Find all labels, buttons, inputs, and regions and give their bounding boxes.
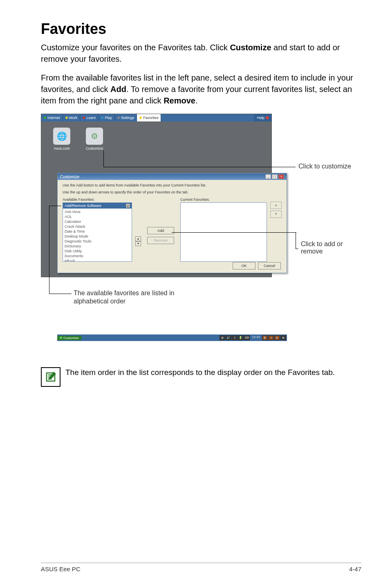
- tab-internet[interactable]: Internet: [41, 114, 63, 121]
- list-item[interactable]: Calculator: [65, 219, 130, 224]
- p2-b2: Remove: [164, 96, 195, 105]
- side-up-button[interactable]: ▲: [270, 202, 282, 209]
- dialog-footer: OK Cancel: [233, 262, 281, 269]
- callout-line: [103, 167, 296, 167]
- page-footer: ASUS Eee PC 4-47: [41, 563, 361, 572]
- tab-learn-label: Learn: [86, 116, 96, 120]
- dialog-body: Use the Add button to add items from Ava…: [58, 180, 287, 264]
- list-item[interactable]: Date & Time: [65, 229, 130, 234]
- ok-button[interactable]: OK: [233, 262, 256, 269]
- tab-work[interactable]: Work: [63, 114, 81, 121]
- available-items: Anti-Virus AOL Calculator Crack Attack D…: [63, 209, 132, 262]
- list-item[interactable]: Disk Utility: [65, 249, 130, 254]
- side-down-button[interactable]: ▼: [270, 211, 282, 218]
- callout-line: [49, 294, 72, 294]
- footer-right: 4-47: [349, 566, 361, 572]
- figure-area: Internet Work Learn Play Settings Favori…: [41, 114, 356, 334]
- task-dot-icon: [60, 337, 62, 339]
- list-item[interactable]: eBook: [65, 258, 130, 262]
- tray-icon[interactable]: 🔋: [238, 335, 244, 340]
- p1-bold: Customize: [230, 43, 271, 52]
- add-button[interactable]: Add: [147, 227, 174, 234]
- intro-para-2: From the available favorites list in the…: [41, 72, 361, 106]
- remove-button[interactable]: Remove: [147, 237, 174, 244]
- tab-internet-label: Internet: [47, 116, 60, 120]
- learn-icon: [83, 117, 85, 119]
- close-button[interactable]: ×: [278, 174, 284, 179]
- tab-settings-label: Settings: [121, 116, 134, 120]
- current-label: Current Favorites:: [180, 197, 267, 202]
- transfer-buttons: Add Remove: [144, 197, 177, 262]
- dialog-instruction-1: Use the Add button to add items from Ava…: [63, 183, 282, 188]
- callout-alpha-1: The available favorites are listed in: [74, 290, 174, 297]
- tab-help[interactable]: Help: [254, 114, 271, 121]
- list-item[interactable]: Crack Attack: [65, 224, 130, 229]
- tab-work-label: Work: [69, 116, 78, 120]
- taskbar-task[interactable]: Customize: [57, 336, 81, 340]
- tray-icon[interactable]: ◐: [274, 335, 280, 340]
- launcher-customize-label: Customize: [82, 146, 107, 150]
- side-arrows: ▲ ▼: [270, 197, 282, 262]
- callout-line: [49, 206, 49, 294]
- list-item[interactable]: AOL: [65, 214, 130, 219]
- available-label: Available Favorites:: [63, 197, 132, 202]
- taskbar: Customize ◉ 🔊 ⎙ 🔋 ⌨ 15:45 ◧ ● ◐ ▶: [57, 334, 287, 341]
- launcher-customize[interactable]: ⚙ Customize: [82, 128, 107, 150]
- move-up-button[interactable]: ▲: [135, 236, 141, 241]
- callout-line: [103, 150, 104, 167]
- list-item[interactable]: Anti-Virus: [65, 209, 130, 214]
- play-icon: [101, 117, 103, 119]
- customize-icon: ⚙: [86, 128, 103, 145]
- help-icon: [266, 116, 269, 119]
- tab-settings[interactable]: Settings: [115, 114, 137, 121]
- footer-left: ASUS Eee PC: [41, 566, 81, 572]
- move-down-button[interactable]: ▼: [135, 241, 141, 246]
- launcher-asus-label: Asus.com: [49, 146, 74, 150]
- launcher-asus[interactable]: 🌐 Asus.com: [49, 128, 74, 150]
- tray-icon[interactable]: ▶: [280, 335, 286, 340]
- intro-para-1: Customize your favorites on the Favorite…: [41, 42, 361, 65]
- tab-learn[interactable]: Learn: [80, 114, 99, 121]
- maximize-button[interactable]: □: [272, 174, 278, 179]
- scroll-up-icon[interactable]: ▲: [126, 204, 130, 208]
- customize-dialog: Customize _ □ × Use the Add button to ad…: [57, 173, 287, 273]
- note-icon: [41, 367, 61, 387]
- callout-line: [49, 206, 61, 206]
- tray-time: 15:45: [250, 335, 262, 340]
- tray-icon[interactable]: ●: [268, 335, 274, 340]
- tray-icon[interactable]: ⎙: [232, 335, 238, 340]
- current-listbox[interactable]: [180, 202, 267, 262]
- reorder-buttons: ▲ ▼: [135, 236, 141, 262]
- list-item[interactable]: Dictionary: [65, 244, 130, 249]
- taskbar-task-label: Customize: [63, 336, 79, 340]
- asus-icon: 🌐: [53, 128, 70, 145]
- callout-line: [296, 232, 296, 249]
- minimize-button[interactable]: _: [265, 174, 271, 179]
- cancel-button[interactable]: Cancel: [258, 262, 281, 269]
- p2-post: .: [195, 96, 198, 105]
- tray-icon[interactable]: ◧: [262, 335, 268, 340]
- tab-play[interactable]: Play: [99, 114, 115, 121]
- tab-favorites[interactable]: Favorites: [137, 114, 161, 121]
- listbox-header-text: Add/Remove Software: [65, 204, 101, 208]
- globe-icon: [44, 117, 46, 119]
- list-item[interactable]: Desktop Mode: [65, 234, 130, 239]
- callout-customize: Click to customize: [298, 163, 351, 170]
- launcher-row: 🌐 Asus.com ⚙ Customize: [41, 121, 271, 157]
- tray-icon[interactable]: ◉: [220, 335, 225, 340]
- tray-icon[interactable]: 🔊: [226, 335, 231, 340]
- work-icon: [65, 117, 68, 119]
- callout-alpha-2: alphabetical order: [74, 298, 126, 305]
- note-text: The item order in the list corresponds t…: [65, 367, 335, 387]
- list-item[interactable]: Documents: [65, 254, 130, 258]
- note-row: The item order in the list corresponds t…: [41, 367, 361, 387]
- available-listbox[interactable]: Add/Remove Software ▲ Anti-Virus AOL Cal…: [63, 202, 132, 262]
- dialog-title-text: Customize: [60, 175, 79, 179]
- tray-icon[interactable]: ⌨: [244, 335, 250, 340]
- p2-b1: Add: [110, 85, 126, 94]
- page-title: Favorites: [41, 20, 361, 38]
- dialog-instruction-2: Use the up and down arrows to specify th…: [63, 190, 282, 195]
- list-item[interactable]: Diagnostic Tools: [65, 239, 130, 244]
- settings-icon: [117, 117, 120, 119]
- star-icon: [139, 117, 142, 119]
